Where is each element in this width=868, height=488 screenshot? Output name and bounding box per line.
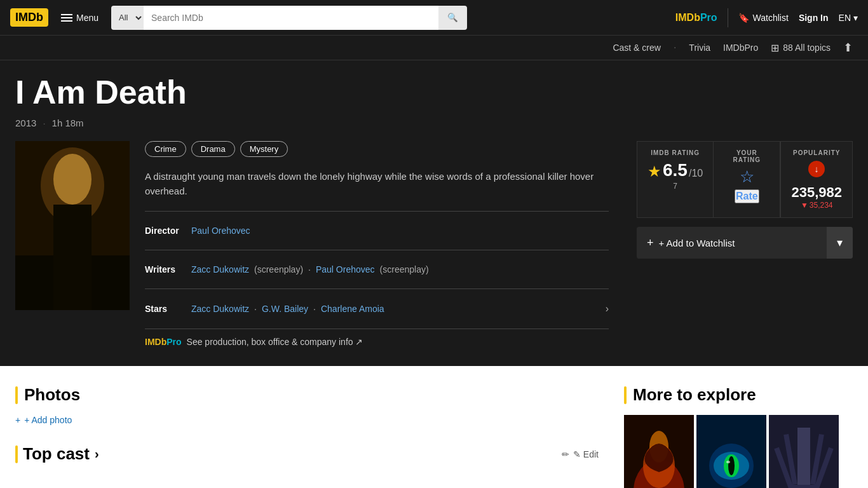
svg-rect-24 <box>791 485 817 488</box>
stars-label: Stars <box>145 304 186 314</box>
watchlist-label: Watchlist <box>753 13 789 23</box>
imdb-rating-box: IMDB RATING ★ 6.5 /10 7 <box>637 141 713 218</box>
popularity-change: ▼ 35,234 <box>801 201 833 210</box>
ratings-panel: IMDB RATING ★ 6.5 /10 7 YOUR RATING ☆ Ra… <box>637 141 853 347</box>
menu-button[interactable]: Menu <box>56 9 104 27</box>
explore-title: More to explore <box>633 385 756 405</box>
search-category-select[interactable]: All <box>111 6 144 30</box>
imdb-rating-value: ★ 6.5 /10 <box>648 160 703 180</box>
imdb-logo[interactable]: IMDb <box>10 8 48 27</box>
stars-row: Stars Zacc Dukowitz · G.W. Bailey · Char… <box>145 297 609 321</box>
popularity-change-value: 35,234 <box>810 201 833 210</box>
writers-row: Writers Zacc Dukowitz (screenplay) · Pau… <box>145 258 609 281</box>
signin-button[interactable]: Sign In <box>799 13 829 23</box>
hero-body: + I AM DEATH Crime Drama Mystery <box>15 141 853 347</box>
add-photo-button[interactable]: + + Add photo <box>15 415 72 425</box>
section-bar <box>15 386 18 404</box>
genre-mystery[interactable]: Mystery <box>240 141 288 157</box>
ratings-row: IMDB RATING ★ 6.5 /10 7 YOUR RATING ☆ Ra… <box>637 141 853 218</box>
cast-crew-link[interactable]: Cast & crew <box>613 43 660 53</box>
plot-text: A distraught young man travels down the … <box>145 170 609 198</box>
right-bottom: More to explore FIRE AND BLOOD <box>624 385 853 488</box>
poster-background <box>15 141 130 310</box>
star-icon: ★ <box>648 163 661 180</box>
movie-poster[interactable]: I AM DEATH <box>15 141 130 310</box>
explore-image-3[interactable] <box>769 415 839 488</box>
photos-title: Photos <box>24 385 80 405</box>
trivia-link[interactable]: Trivia <box>689 43 710 53</box>
director-link[interactable]: Paul Orehovec <box>191 226 250 236</box>
director-row: Director Paul Orehovec <box>145 219 609 242</box>
imdbpro-row: IMDbPro See production, box office & com… <box>145 337 609 347</box>
all-topics-label: 88 All topics <box>783 43 831 53</box>
top-cast-header: Top cast › ✏ ✎ Edit <box>15 444 599 464</box>
share-button[interactable]: ⬆ <box>843 41 853 55</box>
search-input[interactable] <box>144 6 438 30</box>
search-icon: 🔍 <box>447 13 458 22</box>
writer2-role: (screenplay) <box>380 264 429 274</box>
search-container: All 🔍 <box>111 6 467 30</box>
movie-title: I Am Death <box>15 73 853 111</box>
section-bar-cast <box>15 445 18 463</box>
grid-icon: ⊞ <box>771 42 779 54</box>
trending-icon: ↓ <box>808 160 825 182</box>
rating-score: 6.5 <box>663 160 688 180</box>
plus-icon: + <box>15 415 20 425</box>
edit-button[interactable]: ✏ ✎ Edit <box>562 449 599 459</box>
all-topics-button[interactable]: ⊞ 88 All topics <box>771 42 831 54</box>
star3-link[interactable]: Charlene Amoia <box>321 304 384 314</box>
writer1-link[interactable]: Zacc Dukowitz <box>191 264 249 274</box>
language-button[interactable]: EN ▾ <box>839 13 858 23</box>
imdbpro-see-link[interactable]: See production, box office & company inf… <box>187 337 363 347</box>
popularity-label: POPULARITY <box>793 149 840 156</box>
your-rating-box: YOUR RATING ☆ Rate <box>713 141 780 218</box>
imdbpro-link[interactable]: IMDbPro <box>723 43 758 53</box>
writers-label: Writers <box>145 264 186 274</box>
top-cast-title: Top cast › <box>23 444 99 464</box>
movie-meta: 2013 · 1h 18m <box>15 118 853 128</box>
explore-image-1[interactable]: FIRE AND BLOOD <box>624 415 694 488</box>
watchlist-button[interactable]: 🔖 Watchlist <box>738 13 789 23</box>
watchlist-bar: + + Add to Watchlist ▾ <box>637 227 853 259</box>
watchlist-icon: 🔖 <box>738 13 749 23</box>
imdb-rating-label: IMDB RATING <box>651 149 700 156</box>
imdbpro-header-logo[interactable]: IMDbPro <box>675 12 717 24</box>
left-bottom: Photos + + Add photo Top cast › ✏ ✎ Edit <box>15 385 599 488</box>
header-right: IMDbPro 🔖 Watchlist Sign In EN ▾ <box>675 8 858 27</box>
chevron-down-icon: ▾ <box>837 236 843 249</box>
genre-crime[interactable]: Crime <box>145 141 186 157</box>
chevron-down-icon: ▾ <box>853 13 858 23</box>
star1-link[interactable]: Zacc Dukowitz <box>191 304 249 314</box>
watchlist-dropdown-button[interactable]: ▾ <box>827 227 853 259</box>
director-label: Director <box>145 226 186 236</box>
add-to-watchlist-button[interactable]: + + Add to Watchlist <box>637 227 827 259</box>
rate-star-icon: ☆ <box>740 167 754 187</box>
your-rating-label: YOUR RATING <box>726 149 767 163</box>
svg-text:↓: ↓ <box>815 164 819 174</box>
movie-runtime: 1h 18m <box>52 118 84 128</box>
rating-out-of: /10 <box>689 168 703 179</box>
external-link-icon: ↗ <box>355 337 363 347</box>
writer1-role: (screenplay) <box>254 264 303 274</box>
search-button[interactable]: 🔍 <box>438 6 467 30</box>
plus-icon: + <box>647 236 654 250</box>
svg-rect-4 <box>53 205 92 310</box>
explore-image-2[interactable] <box>696 415 766 488</box>
genre-drama[interactable]: Drama <box>191 141 235 157</box>
writer2-link[interactable]: Paul Orehovec <box>316 264 375 274</box>
explore-images: FIRE AND BLOOD <box>624 415 853 488</box>
star2-link[interactable]: G.W. Bailey <box>262 304 308 314</box>
watchlist-main-label: + Add to Watchlist <box>659 238 735 248</box>
rate-button[interactable]: Rate <box>735 189 759 203</box>
movie-info: Crime Drama Mystery A distraught young m… <box>145 141 609 347</box>
svg-point-17 <box>726 461 730 463</box>
popularity-number: 235,982 <box>791 184 842 201</box>
pencil-icon: ✏ <box>562 449 569 459</box>
edit-label: ✎ Edit <box>573 449 599 459</box>
imdbpro-inline-logo: IMDbPro <box>145 337 182 347</box>
add-photo-label: + Add photo <box>24 415 72 425</box>
trending-down-icon: ▼ <box>801 201 808 210</box>
sub-nav: Cast & crew · Trivia IMDbPro ⊞ 88 All to… <box>0 36 868 60</box>
top-cast-arrow[interactable]: › <box>95 447 99 461</box>
stars-more-arrow[interactable]: › <box>606 303 609 315</box>
